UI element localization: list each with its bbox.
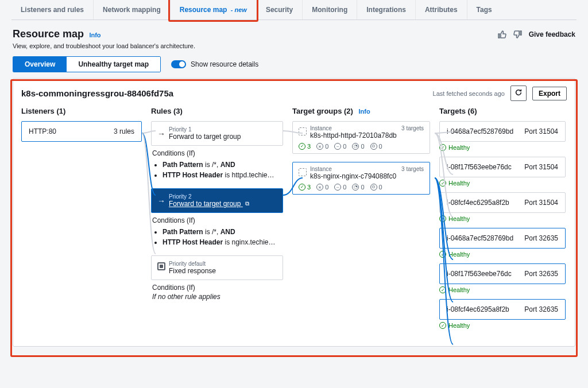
- target-card[interactable]: i-08f17f563eebe76dcPort 32635: [439, 263, 566, 284]
- target-card[interactable]: i-0468a7ecf528769bdPort 31504: [439, 121, 566, 142]
- target-port: Port 32635: [524, 234, 558, 242]
- show-resource-details-toggle[interactable]: Show resource details: [171, 60, 258, 68]
- target-port: Port 31504: [524, 127, 558, 135]
- target-health-status: Healthy: [439, 215, 566, 222]
- listener-protocol: HTTP:80: [29, 127, 56, 135]
- target-instance-id: i-0468a7ecf528769bd: [447, 127, 513, 135]
- target-card[interactable]: i-08fcf4ec6295a8f2bPort 31504: [439, 192, 566, 213]
- target-port: Port 31504: [524, 199, 558, 207]
- targets-header: Targets (6): [439, 107, 566, 115]
- listeners-column: Listeners (1) HTTP:80 3 rules: [21, 104, 142, 142]
- tab-security[interactable]: Security: [257, 0, 303, 20]
- view-segmented-control: Overview Unhealthy target map: [13, 56, 161, 72]
- rule-default-conditions: Conditions (If) If no other rule applies: [151, 280, 283, 309]
- view-toolbar: Overview Unhealthy target map Show resou…: [0, 53, 588, 78]
- target-group-card-nginx[interactable]: Instance k8s-nginx-nginx-c794088fc0 3 ta…: [292, 162, 430, 195]
- external-link-icon: ⧉: [245, 200, 249, 207]
- toggle-track: [171, 60, 186, 68]
- rule-card-default[interactable]: Priority default Fixed response: [151, 255, 283, 280]
- info-link[interactable]: Info: [89, 32, 100, 38]
- target-card[interactable]: i-0468a7ecf528769bdPort 32635: [439, 228, 566, 249]
- rule-priority: Priority default: [169, 261, 277, 267]
- target-instance-id: i-08f17f563eebe76dc: [447, 163, 512, 171]
- tab-strip: Listeners and rules Network mapping Reso…: [0, 0, 588, 20]
- new-badge: - new: [231, 6, 247, 13]
- target-card[interactable]: i-08f17f563eebe76dcPort 31504: [439, 157, 566, 177]
- resource-columns: Listeners (1) HTTP:80 3 rules Rules (3) …: [21, 104, 567, 335]
- listener-rule-count: 3 rules: [114, 127, 134, 135]
- listeners-header: Listeners (1): [21, 107, 142, 115]
- rules-column: Rules (3) → Priority 1 Forward to target…: [151, 104, 283, 309]
- target-health-status: Healthy: [439, 286, 566, 293]
- tab-label: Resource map: [180, 6, 227, 14]
- instance-icon: [299, 127, 307, 135]
- refresh-icon: [514, 88, 523, 96]
- last-fetched-text: Last fetched seconds ago: [433, 90, 505, 97]
- target-health-status: Healthy: [439, 251, 566, 258]
- rule-priority: Priority 1: [169, 126, 277, 133]
- tab-network-mapping[interactable]: Network mapping: [94, 0, 171, 20]
- healthy-check-icon: [439, 215, 446, 222]
- overview-button[interactable]: Overview: [13, 57, 67, 72]
- tab-attributes[interactable]: Attributes: [416, 0, 467, 20]
- forward-arrow-icon: →: [157, 197, 165, 205]
- page-title: Resource map: [13, 28, 84, 40]
- target-port: Port 32635: [524, 305, 558, 313]
- target-groups-column: Target groups (2) Info Instance k8s-http…: [292, 104, 430, 195]
- toggle-label: Show resource details: [191, 60, 258, 68]
- rules-header: Rules (3): [151, 107, 283, 115]
- target-instance-id: i-08f17f563eebe76dc: [447, 270, 512, 278]
- target-groups-header: Target groups (2) Info: [292, 107, 430, 115]
- target-instance-id: i-0468a7ecf528769bd: [447, 234, 513, 242]
- resource-map-panel: k8s-commoningressgrou-88406fd75a Last fe…: [13, 78, 575, 347]
- tab-tags[interactable]: Tags: [467, 0, 501, 20]
- export-button[interactable]: Export: [532, 87, 567, 100]
- target-port: Port 32635: [524, 270, 558, 278]
- target-group-health-summary: 3 0 0 0 0: [299, 184, 424, 191]
- fixed-response-icon: [157, 262, 165, 270]
- target-instance-id: i-08fcf4ec6295a8f2b: [447, 199, 509, 207]
- rule-action: Forward to target group ⧉: [169, 200, 277, 208]
- rule-action: Fixed response: [169, 267, 277, 275]
- target-health-status: Healthy: [439, 144, 566, 151]
- page-description: View, explore, and troubleshoot your loa…: [13, 42, 575, 49]
- rule-priority: Priority 2: [169, 193, 277, 200]
- rule-card-priority-2[interactable]: → Priority 2 Forward to target group ⧉: [151, 188, 283, 213]
- rule-card-priority-1[interactable]: → Priority 1 Forward to target group: [151, 121, 283, 146]
- forward-arrow-icon: →: [157, 130, 165, 138]
- targets-column: Targets (6) i-0468a7ecf528769bdPort 3150…: [439, 104, 566, 335]
- healthy-check-icon: [439, 180, 446, 187]
- load-balancer-name: k8s-commoningressgrou-88406fd75a: [21, 88, 173, 98]
- thumbs-down-icon[interactable]: [513, 29, 523, 40]
- rule-action: Forward to target group: [169, 133, 277, 141]
- rule-2-conditions: Conditions (If) Path Pattern is /*, AND …: [151, 213, 283, 255]
- tab-listeners-and-rules[interactable]: Listeners and rules: [11, 0, 94, 20]
- rule-1-conditions: Conditions (If) Path Pattern is /*, AND …: [151, 146, 283, 188]
- refresh-button[interactable]: [510, 86, 527, 101]
- listener-card[interactable]: HTTP:80 3 rules: [21, 121, 142, 142]
- target-card[interactable]: i-08fcf4ec6295a8f2bPort 32635: [439, 299, 566, 320]
- thumbs-up-icon[interactable]: [497, 29, 507, 40]
- healthy-check-icon: [439, 322, 446, 329]
- target-groups-info-link[interactable]: Info: [359, 108, 370, 115]
- target-health-status: Healthy: [439, 180, 566, 187]
- give-feedback-link[interactable]: Give feedback: [529, 30, 575, 38]
- tab-resource-map[interactable]: Resource map - new: [171, 0, 257, 20]
- target-group-health-summary: 3 0 0 0 0: [299, 143, 424, 150]
- target-health-status: Healthy: [439, 322, 566, 329]
- healthy-check-icon: [439, 144, 446, 151]
- healthy-check-icon: [439, 251, 446, 258]
- page-header: Resource map Info Give feedback View, ex…: [0, 20, 588, 53]
- tab-monitoring[interactable]: Monitoring: [303, 0, 357, 20]
- instance-icon: [299, 168, 307, 176]
- unhealthy-target-map-button[interactable]: Unhealthy target map: [67, 57, 160, 72]
- tab-integrations[interactable]: Integrations: [357, 0, 416, 20]
- target-port: Port 31504: [524, 163, 558, 171]
- target-instance-id: i-08fcf4ec6295a8f2b: [447, 305, 509, 313]
- healthy-check-icon: [439, 286, 446, 293]
- target-group-card-httpd[interactable]: Instance k8s-httpd-httpd-72010a78db 3 ta…: [292, 121, 430, 154]
